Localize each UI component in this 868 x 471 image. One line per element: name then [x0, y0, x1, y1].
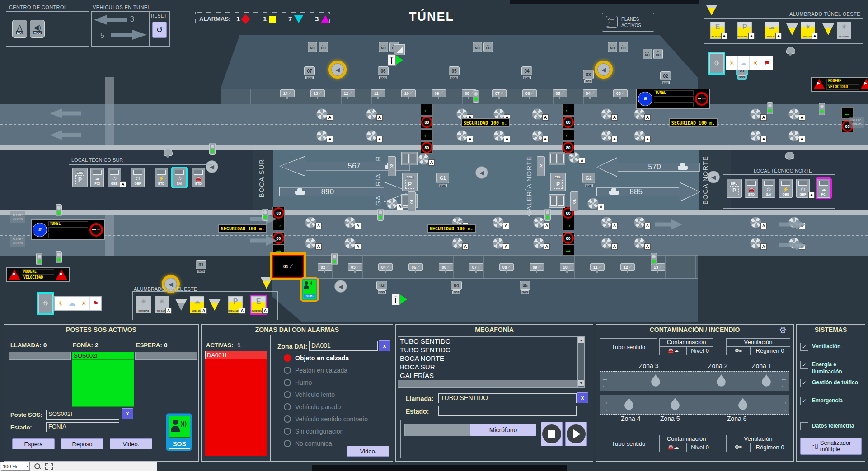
gas-sensor-pair[interactable]: • •NO◠CO [473, 42, 493, 52]
alumbrado-mode-icon[interactable]: ☀EXTERIOR [136, 296, 151, 313]
poste-sos-input[interactable]: SOS002I [46, 410, 119, 420]
sai-cabinet-icon[interactable]: ⏻SAI [762, 179, 775, 198]
video-button[interactable]: Video. [110, 438, 152, 449]
weather-station-icon[interactable]: ⛗ [709, 53, 724, 73]
lane-arrow-sign[interactable]: → [272, 244, 285, 256]
sistema-check-4[interactable]: ✓Emergencia [800, 397, 862, 405]
jet-fan-icon[interactable]: A [493, 130, 505, 141]
stop-button[interactable] [541, 422, 563, 446]
dai-option-1[interactable]: Objeto en calzada [284, 354, 349, 362]
traffic-light-icon[interactable] [767, 102, 773, 114]
radio-icon[interactable] [284, 367, 291, 374]
checkbox-icon[interactable]: ✓ [800, 379, 808, 387]
vms-tunel-sign[interactable]: ///TUNEL [31, 219, 105, 240]
jet-fan-icon[interactable]: A [493, 238, 504, 249]
sos-post[interactable]: 05SOS [520, 281, 530, 294]
sistema-check-5[interactable]: Datos telemetría [800, 422, 862, 430]
camera-top[interactable]: 12⟋ [341, 89, 355, 97]
mega-llamada-input[interactable]: TUBO SENTIDO [438, 393, 577, 403]
dai-alarm-list[interactable]: DA001I [205, 351, 267, 456]
seguridad-led-sign[interactable]: SEGURIDAD 100 m. [669, 118, 718, 127]
dai-option-5[interactable]: Vehículo parado [284, 403, 341, 410]
dai-option-3[interactable]: Humo [284, 379, 312, 386]
modere-velocidad-sign[interactable]: MODEREVELOCIDAD [811, 77, 868, 92]
traffic-light-icon[interactable] [331, 253, 338, 265]
speaker-icon[interactable]: ◀ [334, 280, 347, 293]
eru-cabinet-icon[interactable]: ERUP [550, 173, 566, 191]
gep-cabinet-icon[interactable]: ⏻GEP [131, 168, 145, 187]
camera-top[interactable]: 07⟋ [492, 89, 507, 97]
jet-fan-icon[interactable]: A [601, 108, 612, 120]
espera-column-header[interactable] [135, 352, 197, 360]
dai-option-6[interactable]: Vehículo sentido contrario [284, 415, 368, 423]
seguridad-led-sign[interactable]: SEGURIDAD 100 m. [427, 224, 476, 233]
estado-input[interactable]: FONÍA [46, 422, 119, 432]
gear-icon[interactable]: ⚙ [779, 325, 787, 336]
jet-fan-icon[interactable]: A [344, 238, 356, 249]
jet-fan-icon[interactable]: A [601, 238, 612, 249]
gallery-camera-icon[interactable]: 02 [388, 156, 396, 176]
jet-fan-icon[interactable]: A [305, 238, 316, 249]
jet-fan-icon[interactable]: A [366, 108, 377, 120]
checkbox-icon[interactable]: ✓ [800, 361, 808, 369]
camera-top[interactable]: 11⟋ [371, 89, 385, 97]
checkbox-icon[interactable]: ✓ [800, 397, 808, 405]
alumbrado-mode-icon[interactable]: ☀EXTERIOR [837, 22, 851, 39]
jet-fan-icon[interactable]: A [750, 130, 761, 141]
camera-top[interactable]: 05⟋ [553, 89, 567, 97]
sistema-check-2[interactable]: ✓Energía e iluminación [800, 361, 862, 375]
zona-dai-input[interactable]: DA001 [309, 341, 378, 351]
radio-icon[interactable] [284, 391, 291, 398]
scroll-down-icon[interactable]: ▼ [578, 380, 584, 386]
jet-fan-icon[interactable]: A [366, 130, 377, 141]
jet-fan-icon[interactable]: A [750, 217, 761, 228]
sos-active-green-icon[interactable]: ))SOS [302, 279, 317, 300]
jet-fan-icon[interactable]: A [634, 217, 645, 228]
lane-arrow-sign[interactable]: ← [562, 129, 574, 140]
jet-fan-icon[interactable]: A [788, 130, 800, 141]
radio-antenna-icon[interactable]: ••• [388, 54, 403, 66]
alumbrado-mode-icon[interactable]: ☀SOLEADOA [801, 22, 815, 39]
camera-bottom[interactable]: 02⟋ [318, 263, 332, 271]
pci-cabinet-icon[interactable]: ☁PCI [90, 168, 104, 187]
dai-option-7[interactable]: Sin configuración [284, 428, 343, 435]
megafonia-list[interactable]: TUBO SENTIDOTUBO SENTIDOBOCA NORTEBOCA S… [398, 336, 585, 388]
modere-velocidad-sign[interactable]: MODEREVELOCIDAD [6, 267, 70, 282]
camera-top[interactable]: 13⟋ [310, 89, 325, 97]
camera-top[interactable]: 14⟋ [280, 89, 295, 97]
lane-arrow-sign[interactable]: → [272, 219, 285, 230]
sistema-check-3[interactable]: ✓Gestión de tráfico [800, 379, 862, 387]
radio-icon[interactable] [284, 379, 291, 386]
ptz-dome-icon[interactable] [786, 47, 794, 56]
seguridad-led-sign[interactable]: SEGURIDAD 100 m. [218, 224, 267, 233]
alumbrado-mode-icon[interactable]: EEMERGENCIAA [710, 22, 725, 39]
gallery-camera-icon[interactable]: 02 [537, 156, 545, 176]
alumbrado-mode-icon[interactable]: ☁NUBLADOA [765, 22, 779, 39]
lane-arrow-sign[interactable]: → [562, 219, 574, 230]
camera-top[interactable]: 03⟋ [613, 89, 628, 97]
sos-post[interactable]: 07SOS [304, 66, 315, 79]
etd-cabinet-icon[interactable]: ⚡ETD [155, 168, 168, 187]
sos-post[interactable]: 05SOS [449, 66, 460, 79]
speed-limit-80-sign[interactable]: 80 [562, 232, 574, 244]
traffic-light-icon[interactable] [544, 209, 551, 221]
jet-fan-icon[interactable]: A [316, 130, 328, 141]
alumbrado-mode-icon[interactable]: ☁NUBLADOA [190, 296, 204, 313]
megafonia-list-item[interactable]: BOCA NORTE [398, 354, 584, 363]
mega-estado-input[interactable] [438, 406, 577, 416]
jet-fan-icon[interactable]: A [316, 108, 328, 120]
sos-post[interactable]: 04SOS [521, 66, 532, 79]
camera-bottom[interactable]: 07⟋ [469, 263, 483, 271]
gas-sensor-pair[interactable]: • •NO◠CO [308, 42, 328, 52]
monitor-icon[interactable] [394, 44, 405, 55]
gallery-doors-icon[interactable] [401, 152, 418, 165]
traffic-light-icon[interactable] [651, 253, 657, 265]
megafonia-list-item[interactable]: GALERÍAS [398, 371, 584, 380]
gee-cabinet-icon[interactable]: ⚡GEE [779, 179, 793, 198]
speed-limit-80-sign[interactable]: 80 [421, 141, 433, 154]
light-beam-cone-icon[interactable] [786, 23, 798, 35]
jet-fan-icon[interactable]: A [344, 217, 356, 228]
gallery-camera-icon[interactable]: 01 [570, 191, 578, 211]
fit-view-icon[interactable] [45, 463, 53, 470]
gallery-doors-icon[interactable] [549, 194, 565, 208]
